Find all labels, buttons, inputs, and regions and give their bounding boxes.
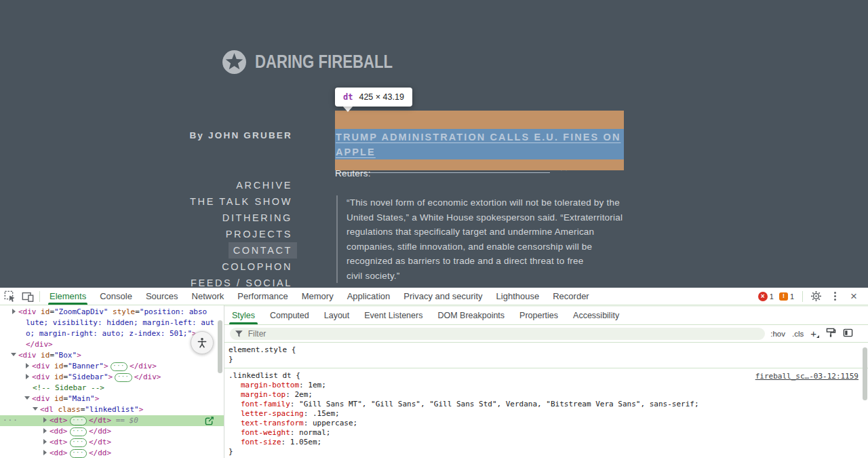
expand-arrow-icon[interactable] [12, 309, 16, 314]
styles-tab-dom-breakpoints[interactable]: DOM Breakpoints [430, 307, 512, 324]
devtools-tab-lighthouse[interactable]: Lighthouse [490, 288, 547, 305]
tree-row[interactable]: <!-- Sidebar --> [0, 383, 224, 394]
toggle-hover-state[interactable]: :hov [770, 330, 785, 338]
nav-item-projects[interactable]: PROJECTS [226, 229, 292, 240]
devtools-tab-memory[interactable]: Memory [295, 288, 340, 305]
css-property-name[interactable]: margin-bottom [241, 381, 299, 389]
css-property-name[interactable]: text-transform [241, 419, 304, 427]
tree-row[interactable]: lute; visibility: hidden; margin-left: a… [0, 318, 224, 328]
new-style-rule-button[interactable]: + [810, 328, 819, 339]
code-token-tag: </div> [26, 340, 53, 349]
styles-tab-properties[interactable]: Properties [512, 307, 566, 324]
styles-scrollbar[interactable] [863, 347, 867, 400]
code-token-tag: <dd> [50, 427, 68, 436]
styles-tab-styles[interactable]: Styles [224, 307, 262, 324]
css-property-value[interactable]: 2em; [294, 390, 313, 399]
site-brand[interactable]: DARING FIREBALL [222, 50, 422, 75]
collapse-arrow-icon[interactable] [33, 407, 38, 411]
collapsed-content-badge[interactable]: ··· [70, 417, 87, 425]
tree-row[interactable]: <dl class="linkedlist"> [0, 404, 224, 415]
tree-row[interactable]: <dd>···</dd> [0, 448, 224, 458]
headline-link-line1[interactable]: TRUMP ADMINISTRATION CALLS E.U. FINES ON… [336, 132, 620, 157]
rendering-emulation-icon[interactable] [826, 328, 836, 339]
devtools-tab-console[interactable]: Console [93, 288, 139, 305]
expand-arrow-icon[interactable] [43, 428, 47, 434]
more-options-kebab-icon[interactable] [828, 290, 842, 303]
devtools-tab-recorder[interactable]: Recorder [546, 288, 595, 305]
expand-arrow-icon[interactable] [43, 417, 47, 423]
tree-row[interactable]: <div id="Main"> [0, 394, 224, 404]
device-toolbar-icon[interactable] [21, 290, 35, 303]
toggle-classes[interactable]: .cls [792, 330, 804, 338]
code-token-tag: <dl [40, 405, 54, 414]
devtools-tab-privacy-and-security[interactable]: Privacy and security [397, 288, 489, 305]
css-property-name[interactable]: letter-spacing [241, 409, 304, 418]
css-property-name[interactable]: margin-top [241, 390, 285, 399]
nav-item-contact[interactable]: CONTACT [229, 242, 297, 259]
css-property-name[interactable]: font-weight [241, 428, 290, 437]
tree-row[interactable]: o; margin-right: auto; z-index: 501;"> [0, 328, 224, 339]
console-warnings-badge[interactable]: ! 1 [779, 292, 794, 301]
expand-arrow-icon[interactable] [26, 363, 29, 368]
devtools-tab-performance[interactable]: Performance [231, 288, 294, 305]
css-property-value[interactable]: 1em; [308, 381, 326, 389]
collapsed-content-badge[interactable]: ··· [70, 449, 87, 458]
devtools-tab-sources[interactable]: Sources [139, 288, 185, 305]
settings-gear-icon[interactable] [809, 290, 823, 303]
tree-row[interactable]: <div id="Banner">···</div> [0, 361, 224, 372]
css-property-value[interactable]: normal; [299, 428, 330, 437]
collapsed-content-badge[interactable]: ··· [115, 373, 132, 382]
collapsed-content-badge[interactable]: ··· [70, 427, 87, 436]
tree-row[interactable]: <div id="ZoomCapDiv" style="position: ab… [0, 307, 224, 318]
tree-row[interactable]: <dd>···</dd> [0, 426, 224, 437]
expand-arrow-icon[interactable] [43, 450, 47, 455]
code-token-tag: <div [32, 362, 50, 370]
styles-tab-computed[interactable]: Computed [262, 307, 317, 324]
devtools-tab-network[interactable]: Network [185, 288, 231, 305]
collapsed-content-badge[interactable]: ··· [70, 438, 87, 447]
scroll-into-view-icon[interactable] [205, 416, 214, 425]
close-devtools-icon[interactable]: × [847, 290, 861, 303]
css-property-name[interactable]: font-size [241, 438, 281, 446]
code-token-attr: id [37, 307, 50, 316]
code-token-tag: </dd> [89, 449, 111, 457]
elements-scrollbar[interactable] [218, 320, 222, 373]
toolbar-right-cluster: × 1 ! 1 [758, 290, 868, 303]
stylesheet-source-link[interactable]: fireball_sc…-03-12:1159 [755, 372, 859, 381]
row-gutter-ellipsis[interactable]: ··· [3, 415, 18, 426]
collapse-arrow-icon[interactable] [11, 353, 16, 356]
nav-item-feeds-social[interactable]: FEEDS / SOCIAL [191, 278, 292, 288]
expand-arrow-icon[interactable] [43, 439, 47, 444]
expand-arrow-icon[interactable] [26, 374, 29, 379]
tree-row-selected[interactable]: ···<dt>···</dt> == $0 [0, 415, 224, 426]
css-property-name[interactable]: font-family [241, 400, 290, 408]
tree-row[interactable]: <dt>···</dt> [0, 437, 224, 448]
accessibility-person-icon[interactable] [191, 331, 214, 354]
nav-item-colophon[interactable]: COLOPHON [222, 261, 292, 272]
styles-tab-layout[interactable]: Layout [317, 307, 357, 324]
collapse-arrow-icon[interactable] [24, 396, 30, 400]
nav-item-the-talk-show[interactable]: THE TALK SHOW [190, 196, 292, 207]
css-property-value[interactable]: .15em; [313, 409, 340, 418]
dock-sidebar-icon[interactable] [843, 328, 853, 339]
styles-filter-input[interactable] [247, 328, 760, 339]
nav-item-dithering[interactable]: DITHERING [222, 212, 292, 223]
css-property-value[interactable]: "Gill Sans MT", "Gill Sans", "Gill Sans … [299, 400, 698, 408]
css-property-value[interactable]: uppercase; [313, 419, 357, 427]
inspect-element-icon[interactable] [3, 290, 17, 303]
styles-tab-accessibility[interactable]: Accessibility [566, 307, 627, 324]
devtools-tab-elements[interactable]: Elements [43, 288, 93, 305]
tree-row[interactable]: <div id="Sidebar">···</div> [0, 372, 224, 383]
css-declaration-font-weight: font-weight: normal; [229, 428, 864, 438]
css-property-value[interactable]: 1.05em; [290, 438, 321, 446]
rule-close-brace: } [229, 447, 864, 457]
nav-item-archive[interactable]: ARCHIVE [236, 180, 292, 191]
quote-line: regulations that specifically target and… [347, 227, 594, 237]
console-errors-badge[interactable]: × 1 [758, 292, 774, 301]
styles-tab-event-listeners[interactable]: Event Listeners [357, 307, 430, 324]
rule-selector[interactable]: element.style { [229, 345, 864, 355]
devtools-tab-application[interactable]: Application [340, 288, 397, 305]
collapsed-content-badge[interactable]: ··· [111, 362, 127, 371]
styles-filter-pill[interactable] [230, 328, 765, 340]
tree-row[interactable]: <div id="Box"> [0, 350, 224, 361]
